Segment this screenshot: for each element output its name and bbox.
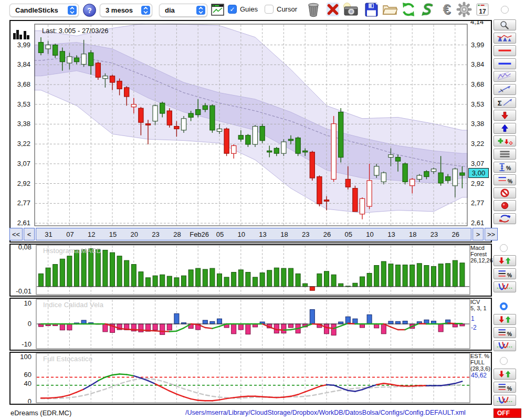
add-signal-tool-button[interactable]: [494, 135, 516, 146]
date-tick-label: 13: [382, 230, 400, 238]
checkbox-unchecked-icon[interactable]: [265, 5, 274, 14]
axis-tick-label: 0: [28, 320, 32, 328]
checkbox-checked-icon[interactable]: ✓: [228, 5, 237, 14]
calendar-icon: 17: [476, 3, 489, 16]
record-dot-icon: [494, 200, 516, 211]
save-button[interactable]: [362, 1, 380, 18]
macd-right-label: MacdForest26,12,26: [470, 245, 493, 264]
percent-lines-tool-button[interactable]: %: [494, 174, 516, 185]
snapshot-button[interactable]: [342, 1, 360, 18]
three-lines-percent-icon: %: [494, 268, 516, 279]
indicator-chart-tool-button[interactable]: [494, 33, 516, 44]
interval-select[interactable]: dia: [159, 4, 207, 17]
scroll-first-button[interactable]: <<: [9, 228, 23, 240]
levels-tool-button[interactable]: [494, 149, 516, 160]
icv-watermark: Indice Calidad Vela: [43, 301, 103, 309]
calendar-button[interactable]: 17: [474, 1, 491, 18]
icv-signals-button[interactable]: [494, 314, 516, 325]
date-axis[interactable]: 31071215202328Feb26051013182326051013182…: [36, 228, 471, 240]
settings-button[interactable]: [455, 1, 473, 18]
chart-type-value: CandleSticks: [15, 6, 68, 14]
icv-curve-button[interactable]: [494, 340, 516, 351]
v-curves-icon: [494, 281, 516, 292]
macd-percent-button[interactable]: %: [494, 268, 516, 279]
price-tick-label: 3,84: [471, 60, 484, 68]
help-glyph: ?: [87, 6, 92, 15]
icv-radio-selected[interactable]: [500, 302, 508, 310]
red-down-arrow-icon: [494, 110, 516, 121]
sell-arrow-tool-button[interactable]: [494, 110, 516, 121]
cursor-checkbox[interactable]: Cursor: [265, 5, 297, 14]
axis-tick-label: -10: [22, 340, 32, 348]
trendline-tool-button[interactable]: [494, 84, 516, 95]
price-tick-label: 3,84: [17, 60, 30, 68]
period-select[interactable]: 3 mesos: [100, 4, 152, 17]
off-toggle-button[interactable]: OFF: [494, 408, 521, 418]
refresh-button[interactable]: [400, 1, 417, 18]
zoom-tool-button[interactable]: [494, 19, 516, 30]
lines-percent-icon: %: [494, 174, 516, 185]
macd-radio[interactable]: [500, 244, 508, 252]
macd-signals-button[interactable]: [494, 255, 516, 266]
interval-value: dia: [165, 6, 196, 14]
stochastic-radio[interactable]: [500, 357, 508, 365]
disable-tool-button[interactable]: [494, 187, 516, 198]
reload-tool-button[interactable]: [494, 213, 516, 224]
stochastic-line-chart[interactable]: [36, 353, 470, 403]
sync-button[interactable]: [418, 1, 436, 18]
price-tick-label: 2,77: [17, 199, 30, 207]
record-tool-button[interactable]: [494, 200, 516, 211]
scroll-prev-button[interactable]: <: [24, 228, 35, 240]
toolbar: CandleSticks ? 3 mesos dia ✓ Guies: [0, 0, 525, 19]
main-panel-radio[interactable]: [501, 6, 509, 14]
blue-up-arrow-icon: [494, 123, 516, 134]
buy-arrow-tool-button[interactable]: [494, 123, 516, 134]
chart-type-select[interactable]: CandleSticks: [9, 4, 79, 17]
open-button[interactable]: [381, 1, 398, 18]
candlestick-chart[interactable]: [34, 24, 468, 226]
vertical-range-tool-button[interactable]: %: [494, 162, 516, 173]
price-tick-label: 3,53: [471, 100, 484, 108]
date-tick-label: 18: [275, 230, 293, 238]
stochastic-percent-button[interactable]: %: [494, 382, 516, 393]
charting-app-window: CandleSticks ? 3 mesos dia ✓ Guies: [0, 0, 525, 420]
icv-percent-button[interactable]: %: [494, 327, 516, 338]
date-tick-label: 15: [104, 230, 122, 238]
price-tick-label: 2,92: [17, 180, 30, 187]
date-tick-label: 26: [447, 230, 465, 238]
svg-text:Σ: Σ: [498, 99, 502, 107]
stochastic-signals-button[interactable]: [494, 369, 516, 380]
price-tick-label: 3,38: [471, 120, 484, 128]
sigma-trend-icon: Σ: [494, 97, 516, 108]
sum-trend-tool-button[interactable]: Σ: [494, 97, 516, 108]
price-tick-label: 3,22: [471, 140, 484, 148]
blue-line-tool-button[interactable]: [494, 58, 516, 69]
close-delete-button[interactable]: [324, 1, 342, 18]
currency-button[interactable]: €: [438, 1, 456, 18]
stochastic-curve-button[interactable]: [494, 395, 516, 406]
blue-red-cycle-icon: [494, 213, 516, 224]
macd-curve-button[interactable]: [494, 281, 516, 292]
three-bars-icon: [494, 149, 516, 160]
sync-s-arrow-icon: [421, 3, 434, 17]
macd-axis: 0,08-0,01: [9, 245, 34, 295]
price-tick-label: 3,99: [17, 41, 30, 49]
icv-axis: 100-10: [9, 299, 34, 349]
config-path-link[interactable]: /Users/mserra/Library/CloudStorage/Dropb…: [142, 409, 509, 416]
date-tick-label: 05: [340, 230, 358, 238]
chart-window-button[interactable]: [210, 1, 225, 18]
red-green-arrows-icon: [494, 369, 516, 380]
scroll-last-button[interactable]: >>: [485, 228, 498, 240]
scroll-next-button[interactable]: >: [472, 228, 484, 240]
gear-icon: [456, 2, 472, 17]
price-tick-label: 3,68: [17, 80, 30, 88]
axis-tick-label: -0,01: [16, 287, 32, 295]
zigzag-icon: [494, 71, 516, 82]
zigzag-tool-button[interactable]: [494, 71, 516, 82]
help-button[interactable]: ?: [83, 4, 96, 17]
axis-top-clipped-label: 4,14: [470, 21, 484, 26]
delete-button[interactable]: [304, 1, 322, 18]
red-line-tool-button[interactable]: [494, 45, 516, 56]
guies-checkbox[interactable]: ✓ Guies: [228, 5, 258, 14]
stochastic-axis: 10060400: [9, 353, 34, 403]
